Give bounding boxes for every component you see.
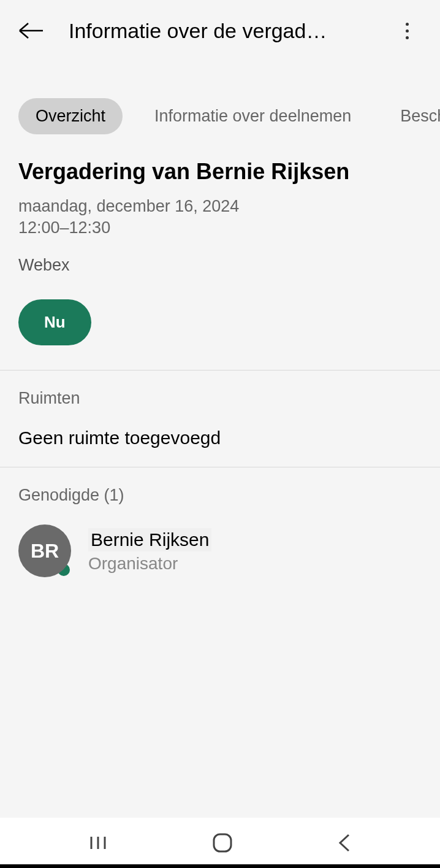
invitee-role: Organisator bbox=[88, 554, 211, 574]
svg-rect-6 bbox=[214, 834, 231, 851]
recents-icon[interactable] bbox=[89, 834, 107, 851]
invitee-name: Bernie Rijksen bbox=[88, 528, 211, 551]
avatar: BR bbox=[18, 524, 71, 577]
tab-overview[interactable]: Overzicht bbox=[18, 98, 123, 134]
meeting-title: Vergadering van Bernie Rijksen bbox=[18, 159, 422, 185]
svg-line-2 bbox=[20, 31, 28, 38]
bottom-border bbox=[0, 864, 440, 868]
more-options-icon[interactable] bbox=[400, 18, 414, 44]
back-icon[interactable] bbox=[18, 18, 44, 44]
svg-line-1 bbox=[20, 23, 28, 31]
tab-join-info[interactable]: Informatie over deelnemen bbox=[137, 98, 368, 134]
back-nav-icon[interactable] bbox=[338, 832, 351, 853]
meeting-location: Webex bbox=[18, 256, 422, 275]
invitees-label: Genodigde (1) bbox=[18, 486, 422, 505]
tab-description[interactable]: Beschrijvi bbox=[383, 98, 440, 134]
tabs-container: Overzicht Informatie over deelnemen Besc… bbox=[0, 86, 440, 147]
rooms-label: Ruimten bbox=[18, 389, 422, 408]
page-title: Informatie over de vergad… bbox=[69, 19, 400, 43]
meeting-info-section: Vergadering van Bernie Rijksen maandag, … bbox=[0, 147, 440, 370]
rooms-value: Geen ruimte toegevoegd bbox=[18, 428, 422, 448]
app-header: Informatie over de vergad… bbox=[0, 0, 440, 61]
invitee-info: Bernie Rijksen Organisator bbox=[88, 528, 211, 574]
avatar-initials: BR bbox=[31, 540, 59, 563]
invitee-item[interactable]: BR Bernie Rijksen Organisator bbox=[18, 524, 422, 577]
system-nav-bar bbox=[0, 818, 440, 868]
rooms-section: Ruimten Geen ruimte toegevoegd bbox=[0, 370, 440, 467]
home-icon[interactable] bbox=[212, 832, 233, 853]
meeting-time: 12:00–12:30 bbox=[18, 217, 422, 239]
invitees-section: Genodigde (1) BR Bernie Rijksen Organisa… bbox=[0, 467, 440, 596]
status-indicator-icon bbox=[58, 564, 70, 576]
meeting-date: maandag, december 16, 2024 bbox=[18, 196, 422, 217]
join-now-button[interactable]: Nu bbox=[18, 299, 91, 345]
